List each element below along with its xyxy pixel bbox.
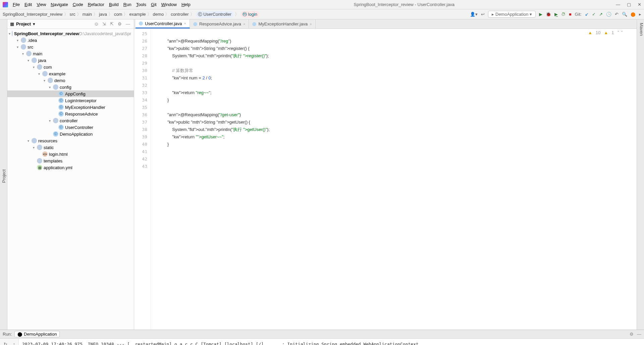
git-history-icon[interactable]: 🕓 (606, 12, 611, 17)
tab-responseadvice-java[interactable]: ResponseAdvice.java× (190, 19, 249, 28)
tree-node-example[interactable]: ▾example (7, 70, 134, 77)
tree-node-appconfig[interactable]: ⒸAppConfig (7, 90, 134, 97)
tree-node-com[interactable]: ▾com (7, 64, 134, 70)
run-settings-icon[interactable]: ⚙ (630, 332, 634, 337)
tree-node-src[interactable]: ▾src (7, 44, 134, 50)
tab-usercontroller-java[interactable]: UserController.java× (136, 19, 190, 28)
git-push-icon[interactable]: ↗ (599, 12, 603, 17)
breadcrumb-class[interactable]: Ⓒ UserController (196, 11, 233, 18)
warning-icon: ▲ (588, 30, 592, 35)
chevron-right-icon: 〉 (147, 11, 152, 17)
tree-node-logininterceptor[interactable]: ⒸLoginInterceptor (7, 97, 134, 104)
tree-node-main[interactable]: ▾main (7, 50, 134, 57)
run-hide-icon[interactable]: — (637, 332, 641, 337)
class-icon (252, 22, 256, 26)
tree-node-demoapplication[interactable]: ⒸDemoApplication (7, 131, 134, 137)
git-rollback-icon[interactable]: ↶ (615, 12, 619, 17)
tree-node--idea[interactable]: ▾.idea (7, 37, 134, 44)
menu-view[interactable]: View (35, 1, 48, 8)
tool-maven[interactable]: Maven (639, 23, 644, 36)
debug-icon[interactable]: 🐞 (546, 12, 551, 17)
chevron-right-icon: 〉 (108, 11, 113, 17)
menu-tools[interactable]: Tools (134, 1, 148, 8)
breadcrumb-item[interactable]: main (83, 12, 92, 17)
expand-icon[interactable]: ⇲ (101, 21, 107, 26)
tree-node-config[interactable]: ▾config (7, 84, 134, 90)
ide-update-icon[interactable]: ⬤ (631, 12, 636, 17)
console-output[interactable]: 2023-07-09 17:40:26.975 INFO 10348 --- [… (19, 339, 644, 345)
tree-root[interactable]: ▾SpringBoot_Interceptor_review D:\Java\c… (7, 30, 134, 37)
back-icon[interactable]: ↩ (481, 12, 485, 17)
breadcrumb-item[interactable]: example (129, 12, 146, 17)
git-commit-icon[interactable]: ✓ (592, 12, 596, 17)
run-up-icon[interactable]: ↑ (11, 341, 17, 345)
hide-icon[interactable]: — (125, 21, 131, 26)
expand-inspections-icon[interactable]: ˄ ˅ (617, 30, 623, 35)
profile-icon[interactable]: ⏱ (561, 12, 566, 17)
tree-node-login-html[interactable]: <>login.html (7, 151, 134, 157)
tree-node-responseadvice[interactable]: ⒸResponseAdvice (7, 111, 134, 117)
close-icon[interactable]: ✕ (638, 2, 641, 7)
tree-node-java[interactable]: ▾java (7, 57, 134, 64)
settings-icon[interactable]: ⚙ (117, 21, 123, 26)
right-tool-strip: Maven (637, 19, 644, 330)
tree-node-myexceptionhandler[interactable]: ⒸMyExceptionHandler (7, 104, 134, 111)
user-icon[interactable]: 👤▾ (470, 12, 478, 17)
more-icon[interactable]: ▸ (639, 12, 641, 17)
collapse-icon[interactable]: ⇱ (109, 21, 115, 26)
window-title: SpringBoot_Interceptor_review - UserCont… (193, 2, 616, 7)
breadcrumb-item[interactable]: controller (171, 12, 189, 17)
dropdown-icon[interactable]: ▾ (33, 21, 35, 26)
tree-node-templates[interactable]: templates (7, 157, 134, 164)
rerun-icon[interactable]: ↻ (2, 341, 9, 345)
menu-refactor[interactable]: Refactor (86, 1, 106, 8)
run-config-dropdown[interactable]: ▸ DemoApplication ▾ (488, 11, 536, 18)
project-sidebar: ▦ Project ▾ ⊙ ⇲ ⇱ ⚙ — ▾SpringBoot_Interc… (7, 19, 134, 330)
close-tab-icon[interactable]: × (243, 22, 245, 26)
menu-git[interactable]: Git (149, 1, 159, 8)
tree-node-demo[interactable]: ▾demo (7, 77, 134, 84)
tree-node-controller[interactable]: ▾controller (7, 117, 134, 124)
coverage-icon[interactable]: ▶̲ (554, 12, 558, 17)
tree-node-usercontroller[interactable]: ⒸUserController (7, 124, 134, 131)
menu-build[interactable]: Build (107, 1, 121, 8)
chevron-right-icon: 〉 (190, 11, 195, 17)
code-area[interactable]: "ann">@RequestMapping("/reg") "kw">publi… (151, 29, 637, 330)
chevron-right-icon: 〉 (77, 11, 81, 17)
tree-node-application-yml[interactable]: ▤application.yml (7, 164, 134, 171)
inspections-widget[interactable]: ▲10 ▲1 ˄ ˅ (588, 30, 623, 35)
tree-node-resources[interactable]: ▾resources (7, 137, 134, 144)
run-icon[interactable]: ▶ (539, 12, 542, 17)
run-panel: Run: ⬤ DemoApplication ⚙ — ↻ ↑ ▶ ↓ ■ ↵ ⤓… (0, 330, 644, 345)
menu-run[interactable]: Run (121, 1, 133, 8)
select-opened-icon[interactable]: ⊙ (94, 21, 99, 26)
breadcrumb-item[interactable]: com (114, 12, 122, 17)
maximize-icon[interactable]: ▢ (627, 2, 631, 7)
menu-help[interactable]: Help (179, 1, 193, 8)
stop-icon[interactable]: ■ (569, 12, 572, 17)
minimize-icon[interactable]: — (616, 2, 620, 7)
git-update-icon[interactable]: ↙ (585, 12, 589, 17)
tool-project[interactable]: Project (1, 23, 7, 330)
left-tool-strip: Project Commit Structure Bookmarks (0, 19, 7, 330)
breadcrumb-item[interactable]: SpringBoot_Interceptor_review (3, 12, 63, 17)
menu-navigate[interactable]: Navigate (49, 1, 70, 8)
tree-node-static[interactable]: ▾static (7, 144, 134, 151)
breadcrumb-item[interactable]: java (99, 12, 107, 17)
close-tab-icon[interactable]: × (184, 21, 186, 25)
breadcrumb-method[interactable]: ⓜ login (240, 11, 259, 18)
chevron-right-icon: 〉 (93, 11, 98, 17)
menu-edit[interactable]: Edit (22, 1, 34, 8)
project-tree[interactable]: ▾SpringBoot_Interceptor_review D:\Java\c… (7, 29, 134, 330)
breadcrumb-item[interactable]: demo (153, 12, 164, 17)
main-area: Project Commit Structure Bookmarks ▦ Pro… (0, 19, 644, 330)
search-icon[interactable]: 🔍 (622, 12, 627, 17)
tab-myexceptionhandler-java[interactable]: MyExceptionHandler.java× (249, 19, 315, 28)
editor-tabs: UserController.java×ResponseAdvice.java×… (134, 19, 637, 29)
run-config-chip[interactable]: ⬤ DemoApplication (14, 331, 60, 337)
close-tab-icon[interactable]: × (310, 22, 312, 26)
breadcrumb-item[interactable]: src (70, 12, 75, 17)
menu-window[interactable]: Window (159, 1, 179, 8)
menu-code[interactable]: Code (71, 1, 85, 8)
menu-file[interactable]: File (11, 1, 22, 8)
